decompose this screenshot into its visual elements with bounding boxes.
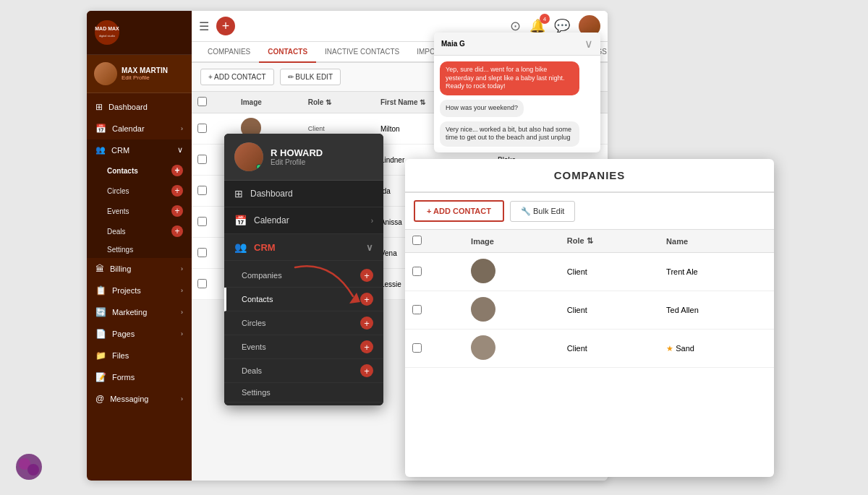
row-checkbox[interactable] (197, 124, 207, 133)
forms-icon: 📝 (95, 372, 106, 382)
dp-events-add[interactable]: + (360, 340, 373, 353)
circles-label: Circles (107, 187, 129, 195)
row-checkbox[interactable] (197, 248, 207, 257)
projects-icon: 📋 (95, 285, 106, 296)
pages-icon: 📄 (95, 329, 106, 339)
row-checkbox[interactable] (197, 155, 207, 164)
tab-inactive-contacts[interactable]: INACTIVE CONTACTS (316, 42, 408, 63)
sidebar-label-forms: Forms (112, 373, 135, 382)
col-role[interactable]: Role ⇅ (302, 92, 375, 113)
sidebar-item-dashboard[interactable]: ⊞ Dashboard (87, 96, 192, 118)
sidebar-label-dashboard: Dashboard (109, 103, 148, 111)
messages-icon[interactable]: 💬 (554, 18, 570, 34)
hamburger-button[interactable]: ☰ (199, 20, 209, 33)
fp-row-checkbox[interactable] (412, 343, 422, 353)
bulk-edit-button[interactable]: ✏ BULK EDIT (280, 69, 341, 85)
chevron-right-icon: › (181, 125, 183, 132)
add-contact-button[interactable]: + ADD CONTACT (200, 69, 274, 85)
deals-add-icon[interactable]: + (171, 225, 183, 237)
billing-icon: 🏛 (95, 264, 104, 274)
svg-text:digital studio: digital studio (99, 34, 116, 38)
files-icon: 📁 (95, 350, 106, 361)
sidebar-item-projects[interactable]: 📋 Projects › (87, 280, 192, 301)
sidebar-label-pages: Pages (112, 330, 135, 338)
fp-contact-avatar (471, 259, 495, 283)
chat-messages: Yep, sure did... went for a long bike ye… (434, 56, 600, 152)
dropdown-circles[interactable]: Circles + (224, 311, 383, 335)
svg-point-6 (27, 464, 39, 475)
svg-point-0 (95, 20, 119, 45)
dp-crm-arrow-icon: ∨ (366, 242, 373, 253)
fp-select-all[interactable] (412, 236, 422, 245)
chevron-down-icon: ∨ (177, 145, 183, 155)
sidebar-item-marketing[interactable]: 🔄 Marketing › (87, 301, 192, 323)
chat-message: Yep, sure did... went for a long bike ye… (440, 61, 579, 95)
sidebar-profile-edit[interactable]: Edit Profile (122, 74, 168, 81)
sidebar-item-contacts[interactable]: Contacts + (87, 160, 192, 181)
dp-deals-add[interactable]: + (360, 364, 373, 377)
sidebar-item-events[interactable]: Events + (87, 201, 192, 221)
dropdown-profile[interactable]: R HOWARD Edit Profile (224, 134, 383, 181)
fp-add-contact-button[interactable]: + ADD CONTACT (414, 200, 504, 222)
sidebar-item-deals[interactable]: Deals + (87, 221, 192, 241)
sidebar-profile[interactable]: MAX MARTIN Edit Profile (87, 55, 192, 93)
fp-col-name[interactable]: Name (659, 230, 774, 253)
notifications-icon[interactable]: 🔔 4 (529, 18, 545, 34)
fp-contact-avatar (471, 297, 495, 322)
circles-add-icon[interactable]: + (171, 185, 183, 197)
sidebar-nav: ⊞ Dashboard 📅 Calendar › 👥 CRM ∨ Contact… (87, 93, 192, 410)
contacts-label: Contacts (107, 167, 138, 175)
dp-contacts-label: Contacts (242, 295, 273, 304)
dropdown-item-dashboard[interactable]: ⊞ Dashboard (224, 181, 383, 207)
fp-table-row: Client Ted Allen (405, 291, 774, 330)
fp-contact-name: Ted Allen (659, 291, 774, 330)
fp-col-image: Image (464, 230, 560, 253)
dropdown-profile-edit[interactable]: Edit Profile (271, 158, 323, 166)
dp-dashboard-icon: ⊞ (234, 188, 243, 199)
notification-badge: 4 (540, 14, 550, 24)
bottom-logo-icon (14, 452, 43, 481)
dp-crm-label: CRM (254, 242, 276, 253)
sidebar-item-crm[interactable]: 👥 CRM ∨ (87, 139, 192, 160)
sidebar-item-files[interactable]: 📁 Files (87, 345, 192, 366)
events-add-icon[interactable]: + (171, 205, 183, 217)
sidebar-item-calendar[interactable]: 📅 Calendar › (87, 118, 192, 139)
sidebar-item-forms[interactable]: 📝 Forms (87, 366, 192, 388)
sidebar-label-crm: CRM (111, 146, 129, 155)
fp-row-checkbox[interactable] (412, 305, 422, 314)
sidebar-item-circles[interactable]: Circles + (87, 181, 192, 201)
dp-circles-add[interactable]: + (360, 317, 373, 330)
chat-header: Maia G ∨ (434, 33, 600, 56)
dropdown-events[interactable]: Events + (224, 335, 383, 359)
chat-close-icon[interactable]: ∨ (584, 37, 593, 51)
chat-message: How was your weekend? (440, 100, 524, 117)
fp-table-row: Client ★ Sand (405, 330, 774, 368)
crm-section: 👥 CRM ∨ Contacts + Circles + Events (87, 139, 192, 258)
row-checkbox[interactable] (197, 279, 207, 288)
sidebar-item-billing[interactable]: 🏛 Billing › (87, 258, 192, 280)
add-button[interactable]: + (216, 17, 235, 35)
dp-calendar-icon: 📅 (234, 215, 247, 226)
crm-submenu: Contacts + Circles + Events + Deals + (87, 160, 192, 258)
dropdown-settings[interactable]: Settings (224, 383, 383, 403)
contacts-add-icon[interactable]: + (171, 165, 183, 176)
messaging-icon: @ (95, 394, 104, 404)
row-checkbox[interactable] (197, 217, 207, 226)
select-all-checkbox[interactable] (197, 97, 207, 106)
annotation-arrow (288, 253, 375, 311)
chat-username: Maia G (441, 40, 465, 48)
fp-bulk-edit-button[interactable]: 🔧 Bulk Edit (510, 201, 575, 222)
sidebar-item-settings[interactable]: Settings (87, 241, 192, 258)
tab-companies[interactable]: COMPANIES (199, 42, 259, 63)
row-checkbox[interactable] (197, 186, 207, 195)
dp-deals-label: Deals (242, 366, 262, 375)
fp-row-checkbox[interactable] (412, 267, 422, 276)
tab-contacts[interactable]: CONTACTS (259, 42, 316, 63)
fp-col-role[interactable]: Role ⇅ (560, 230, 659, 253)
sidebar-item-pages[interactable]: 📄 Pages › (87, 323, 192, 345)
help-icon[interactable]: ⊙ (510, 18, 521, 34)
dropdown-deals[interactable]: Deals + (224, 359, 383, 383)
dropdown-item-calendar[interactable]: 📅 Calendar › (224, 207, 383, 234)
dp-circles-label: Circles (242, 319, 266, 327)
sidebar-item-messaging[interactable]: @ Messaging › (87, 388, 192, 410)
